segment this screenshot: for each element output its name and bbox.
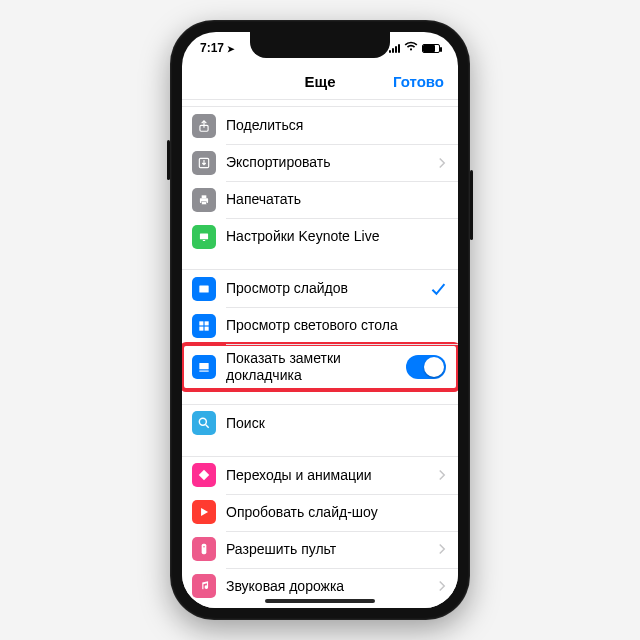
svg-rect-8: [205, 321, 209, 325]
phone-frame: 7:17 ➤ Еще Готово ПоделитьсяЭкспортирова…: [170, 20, 470, 620]
row-label: Экспортировать: [226, 154, 428, 171]
chevron-icon: [438, 469, 446, 481]
row-try-show[interactable]: Опробовать слайд-шоу: [182, 494, 458, 531]
svg-rect-3: [202, 195, 207, 198]
svg-rect-9: [199, 326, 203, 330]
svg-rect-10: [205, 326, 209, 330]
row-share[interactable]: Поделиться: [182, 107, 458, 144]
svg-rect-4: [202, 201, 207, 204]
settings-group: Просмотр слайдовПросмотр светового стола…: [182, 269, 458, 390]
done-button[interactable]: Готово: [393, 73, 444, 90]
chevron-icon: [438, 157, 446, 169]
row-label: Поиск: [226, 415, 446, 432]
row-keynote[interactable]: Настройки Keynote Live: [182, 218, 458, 255]
row-view-slides[interactable]: Просмотр слайдов: [182, 270, 458, 307]
print-icon: [192, 188, 216, 212]
status-time: 7:17 ➤: [200, 41, 235, 55]
row-label: Переходы и анимации: [226, 467, 428, 484]
diamond-icon: [192, 463, 216, 487]
grid-icon: [192, 314, 216, 338]
home-indicator[interactable]: [265, 599, 375, 603]
svg-rect-6: [199, 285, 208, 292]
live-icon: [192, 225, 216, 249]
settings-list: ПоделитьсяЭкспортироватьНапечататьНастро…: [182, 100, 458, 608]
screen: 7:17 ➤ Еще Готово ПоделитьсяЭкспортирова…: [182, 32, 458, 608]
row-export[interactable]: Экспортировать: [182, 144, 458, 181]
row-label: Поделиться: [226, 117, 446, 134]
row-remote[interactable]: Разрешить пульт: [182, 531, 458, 568]
remote-icon: [192, 537, 216, 561]
navbar: Еще Готово: [182, 64, 458, 100]
chevron-icon: [438, 580, 446, 592]
cellular-icon: [389, 44, 400, 53]
row-search[interactable]: Поиск: [182, 405, 458, 442]
row-label: Напечатать: [226, 191, 446, 208]
slide-icon: [192, 277, 216, 301]
settings-group: Поиск: [182, 404, 458, 442]
wifi-icon: [404, 41, 418, 55]
chevron-icon: [438, 543, 446, 555]
row-presenter-notes[interactable]: Показать заметки докладчика: [182, 344, 458, 390]
checkmark-icon: [430, 281, 446, 297]
row-label: Просмотр слайдов: [226, 280, 420, 297]
svg-rect-12: [199, 370, 208, 371]
row-transitions[interactable]: Переходы и анимации: [182, 457, 458, 494]
row-label: Настройки Keynote Live: [226, 228, 446, 245]
location-icon: ➤: [227, 44, 235, 54]
audio-icon: [192, 574, 216, 598]
page-title: Еще: [304, 73, 335, 90]
row-label: Разрешить пульт: [226, 541, 428, 558]
svg-point-15: [203, 546, 205, 548]
share-icon: [192, 114, 216, 138]
row-label: Опробовать слайд-шоу: [226, 504, 446, 521]
svg-rect-7: [199, 321, 203, 325]
row-label: Звуковая дорожка: [226, 578, 428, 595]
row-print[interactable]: Напечатать: [182, 181, 458, 218]
battery-icon: [422, 44, 440, 53]
play-icon: [192, 500, 216, 524]
svg-rect-14: [202, 544, 207, 555]
row-light-table[interactable]: Просмотр светового стола: [182, 307, 458, 344]
row-label: Просмотр светового стола: [226, 317, 446, 334]
settings-group: Переходы и анимацииОпробовать слайд-шоуР…: [182, 456, 458, 605]
svg-point-13: [199, 418, 206, 425]
notes-icon: [192, 355, 216, 379]
row-label: Показать заметки докладчика: [226, 350, 396, 384]
search-icon: [192, 411, 216, 435]
toggle-presenter-notes[interactable]: [406, 355, 446, 379]
svg-rect-11: [199, 363, 208, 369]
notch: [250, 32, 390, 58]
settings-group: ПоделитьсяЭкспортироватьНапечататьНастро…: [182, 106, 458, 255]
export-icon: [192, 151, 216, 175]
svg-rect-5: [200, 233, 208, 239]
